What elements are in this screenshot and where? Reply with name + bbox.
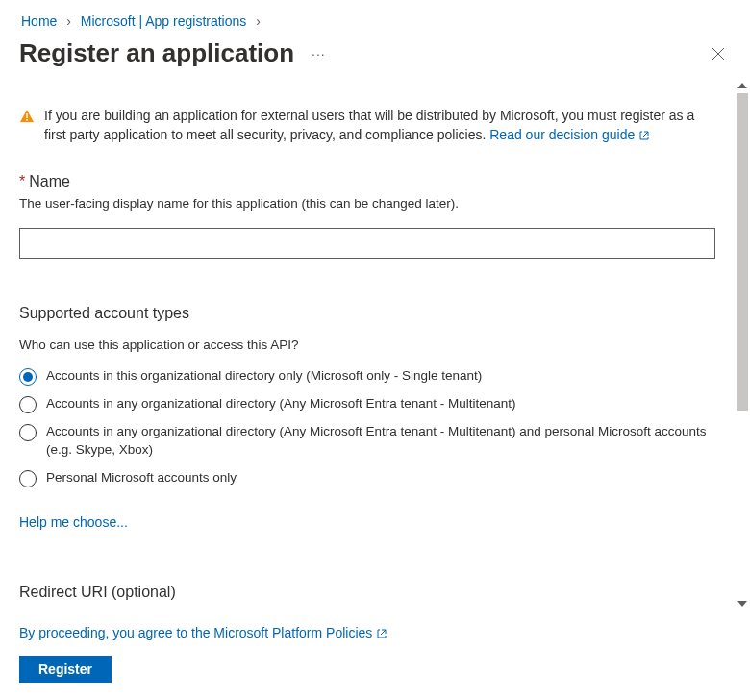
chevron-right-icon: ›	[250, 13, 266, 29]
decision-guide-link[interactable]: Read our decision guide	[489, 127, 650, 142]
svg-rect-0	[26, 113, 28, 118]
account-types-subtext: Who can use this application or access t…	[19, 338, 715, 352]
warning-icon	[19, 109, 35, 127]
radio-icon	[19, 396, 37, 413]
scroll-down-arrow-icon[interactable]	[735, 596, 750, 612]
platform-policies-link[interactable]: By proceeding, you agree to the Microsof…	[19, 625, 388, 640]
radio-multitenant-personal[interactable]: Accounts in any organizational directory…	[19, 423, 715, 460]
radio-label: Accounts in this organizational director…	[46, 367, 482, 386]
scroll-up-arrow-icon[interactable]	[735, 78, 750, 93]
account-types-radio-group: Accounts in this organizational director…	[19, 367, 715, 488]
radio-personal-only[interactable]: Personal Microsoft accounts only	[19, 469, 715, 488]
more-actions-button[interactable]: ···	[312, 46, 326, 62]
radio-multitenant[interactable]: Accounts in any organizational directory…	[19, 395, 715, 413]
svg-rect-1	[26, 119, 28, 121]
footer: By proceeding, you agree to the Microsof…	[0, 612, 750, 700]
radio-icon	[19, 470, 37, 488]
form-content: If you are building an application for e…	[0, 78, 735, 612]
radio-label: Personal Microsoft accounts only	[46, 469, 237, 488]
breadcrumb-app-registrations[interactable]: Microsoft | App registrations	[81, 13, 246, 29]
required-indicator: *	[19, 173, 25, 189]
breadcrumb-home[interactable]: Home	[21, 13, 57, 29]
chevron-right-icon: ›	[61, 13, 77, 29]
redirect-uri-heading: Redirect URI (optional)	[19, 584, 715, 601]
account-types-section: Supported account types Who can use this…	[19, 305, 715, 530]
account-types-heading: Supported account types	[19, 305, 715, 322]
scrollbar-thumb[interactable]	[737, 93, 748, 411]
radio-single-tenant[interactable]: Accounts in this organizational director…	[19, 367, 715, 386]
radio-icon	[19, 368, 37, 386]
warning-alert: If you are building an application for e…	[19, 107, 715, 146]
close-button[interactable]	[706, 41, 731, 66]
warning-text: If you are building an application for e…	[44, 107, 715, 146]
help-me-choose-link[interactable]: Help me choose...	[19, 514, 128, 530]
radio-icon	[19, 424, 37, 441]
radio-label: Accounts in any organizational directory…	[46, 395, 515, 413]
register-button[interactable]: Register	[19, 656, 112, 683]
close-icon	[712, 47, 725, 61]
external-link-icon	[638, 128, 650, 147]
redirect-uri-section: Redirect URI (optional) We'll return the…	[19, 584, 715, 612]
radio-label: Accounts in any organizational directory…	[46, 423, 715, 460]
vertical-scrollbar[interactable]	[735, 78, 750, 612]
policies-text: By proceeding, you agree to the Microsof…	[19, 625, 731, 642]
breadcrumb: Home › Microsoft | App registrations ›	[0, 0, 750, 33]
name-description: The user-facing display name for this ap…	[19, 196, 715, 211]
page-header: Register an application ···	[0, 33, 750, 78]
name-input[interactable]	[19, 228, 715, 259]
page-title: Register an application	[19, 38, 294, 68]
name-label: *Name	[19, 173, 715, 190]
external-link-icon	[376, 627, 388, 642]
